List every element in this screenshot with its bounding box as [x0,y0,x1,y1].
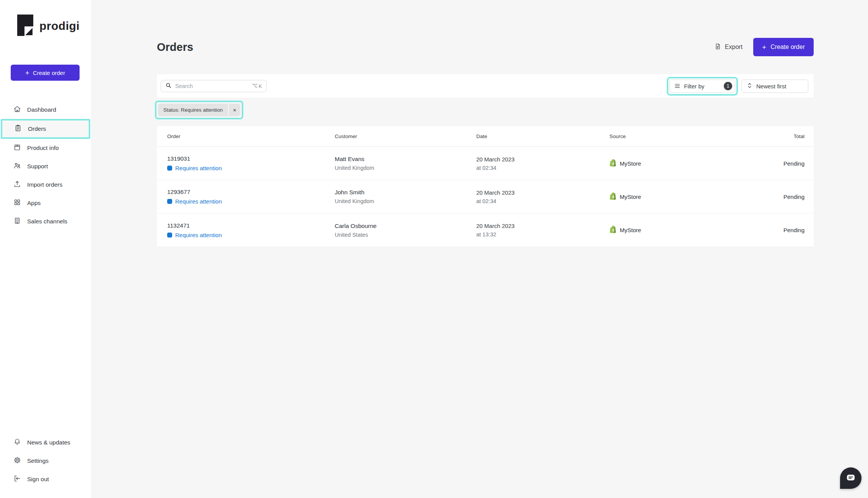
status-filter-chip[interactable]: Status: Requires attention × [158,104,240,116]
sidebar-nav: Dashboard Orders Product info Support Im… [0,101,91,231]
option-key-icon [252,83,257,89]
order-date: 20 March 2023 [476,156,609,163]
sidebar-item-label: Product info [27,145,59,151]
customer-name: John Smith [335,189,476,196]
upload-icon [13,180,21,190]
sidebar-item-label: Apps [27,200,41,207]
home-icon [13,105,21,115]
sidebar-item-settings[interactable]: Settings [0,452,91,470]
customer-country: United Kingdom [335,198,476,204]
sidebar-item-sign-out[interactable]: Sign out [0,470,91,488]
source-cell: S MyStore [609,192,728,202]
source-cell: S MyStore [609,159,728,168]
sidebar-item-apps[interactable]: Apps [0,194,91,212]
sidebar-item-support[interactable]: Support [0,157,91,176]
box-icon [13,143,21,153]
svg-text:S: S [612,161,614,165]
table-row[interactable]: 1319031 Requires attention Matt Evans Un… [157,147,814,180]
shopify-icon: S [609,192,617,202]
source-label: MyStore [620,160,641,167]
total-cell: Pending [728,227,804,233]
customer-name: Carla Osbourne [335,223,476,229]
svg-text:S: S [612,194,614,199]
status-label: Requires attention [175,232,222,238]
create-order-label: Create order [770,44,805,50]
main-content: Orders Export + Create order [92,0,868,498]
export-label: Export [725,44,743,50]
filter-chip-label: Status: Requires attention [158,104,228,116]
filter-by-button[interactable]: Filter by 1 [669,80,735,93]
create-order-button[interactable]: + Create order [753,38,814,56]
search-input[interactable] [175,83,249,89]
sidebar-item-label: News & updates [27,439,70,446]
toolbar-right: Filter by 1 Newest first [667,77,808,96]
source-label: MyStore [620,194,641,200]
sidebar-item-label: Support [27,163,48,170]
shortcut-key-label: K [259,83,262,89]
order-cell: 1319031 Requires attention [167,155,335,171]
order-cell: 1293677 Requires attention [167,189,335,205]
close-icon: × [233,107,236,113]
order-date: 20 March 2023 [476,189,609,196]
chat-message-icon [846,473,856,483]
status-dot-icon [167,233,172,238]
customer-cell: John Smith United Kingdom [335,189,476,204]
export-button[interactable]: Export [714,42,743,52]
sidebar-footer: News & updates Settings Sign out [0,433,91,488]
brand-name: prodigi [39,20,80,33]
status-label: Requires attention [175,165,222,171]
column-header-date: Date [476,133,609,139]
column-header-order: Order [167,133,335,139]
sidebar-item-label: Sales channels [27,218,67,225]
prodigi-logo-icon [17,15,33,37]
shopify-icon: S [609,159,617,168]
search-shortcut: K [252,83,262,89]
sidebar-item-dashboard[interactable]: Dashboard [0,101,91,119]
table-row[interactable]: 1132471 Requires attention Carla Osbourn… [157,213,814,247]
customer-cell: Carla Osbourne United States [335,223,476,238]
order-status: Requires attention [167,232,335,238]
customer-cell: Matt Evans United Kingdom [335,156,476,171]
sidebar-item-orders[interactable]: Orders [1,119,90,139]
sidebar-item-sales-channels[interactable]: Sales channels [0,212,91,231]
remove-filter-button[interactable]: × [229,104,240,116]
filter-icon [674,83,680,90]
sidebar-item-import-orders[interactable]: Import orders [0,176,91,194]
sidebar-item-news-updates[interactable]: News & updates [0,433,91,452]
clipboard-icon [14,124,22,134]
plus-icon: + [762,44,766,51]
sort-button[interactable]: Newest first [741,80,808,93]
order-id: 1132471 [167,222,335,229]
people-icon [13,161,21,171]
sign-out-icon [13,474,21,484]
orders-toolbar: K Filter by 1 Newest first [157,74,814,98]
order-cell: 1132471 Requires attention [167,222,335,238]
gear-icon [13,456,21,466]
page-header: Orders Export + Create order [157,37,814,57]
table-header-row: Order Customer Date Source Total [157,126,814,147]
brand-logo: prodigi [0,0,91,37]
sidebar-item-label: Dashboard [27,106,56,113]
sidebar-item-product-info[interactable]: Product info [0,139,91,157]
order-time: at 02:34 [476,198,609,204]
status-dot-icon [167,166,172,171]
document-icon [714,42,721,52]
status-label: Requires attention [175,198,222,205]
customer-country: United Kingdom [335,165,476,171]
search-box[interactable]: K [161,80,267,92]
sidebar-item-label: Import orders [27,181,62,188]
chat-launcher-button[interactable] [840,467,861,489]
svg-text:S: S [612,228,614,232]
column-header-customer: Customer [335,133,476,139]
grid-icon [13,198,21,208]
table-row[interactable]: 1293677 Requires attention John Smith Un… [157,180,814,213]
order-id: 1293677 [167,189,335,195]
page-title: Orders [157,41,193,54]
filter-highlight-ring: Filter by 1 [667,77,738,96]
date-cell: 20 March 2023 at 13:32 [476,223,609,238]
plus-icon: + [25,69,29,76]
sidebar-item-label: Orders [28,125,46,132]
sidebar-create-order-button[interactable]: + Create order [11,65,80,81]
building-icon [13,216,21,226]
date-cell: 20 March 2023 at 02:34 [476,189,609,204]
